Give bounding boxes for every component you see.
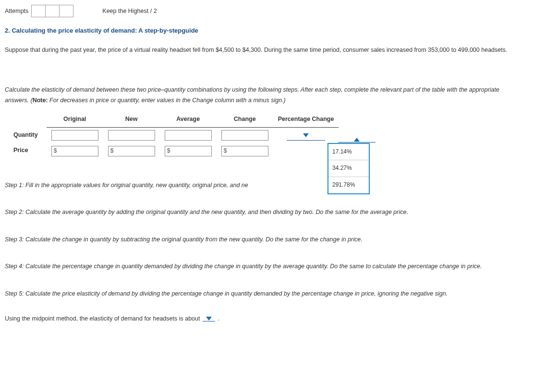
note-label: Note: [33,97,48,104]
attempt-box-2[interactable] [45,5,60,17]
price-pct-change-trigger[interactable] [338,138,376,143]
step-5: Step 5: Calculate the price elasticity o… [5,288,523,299]
price-pct-change-dropdown-open: 17.14% 34.27% 291.78% [327,138,376,194]
price-average-input[interactable]: $ [165,146,212,156]
keep-highest-label: Keep the Highest / 2 [102,6,157,17]
table-corner [5,112,47,128]
step-3: Step 3: Calculate the change in quantity… [5,234,523,245]
dollar-prefix: $ [109,146,116,156]
price-change-input[interactable]: $ [221,146,268,156]
dropdown-option-3[interactable]: 291.78% [328,177,369,193]
top-bar: Attempts Keep the Highest / 2 [5,5,528,17]
attempts-label: Attempts [5,6,28,17]
dropdown-option-1[interactable]: 17.14% [328,144,369,161]
col-change: Change [217,112,273,128]
row-quantity-label: Quantity [5,128,47,143]
price-new-input[interactable]: $ [108,146,155,156]
dollar-prefix: $ [222,146,229,156]
step-4: Step 4: Calculate the percentage change … [5,261,523,272]
attempt-boxes [31,5,73,17]
final-pre: Using the midpoint method, the elasticit… [5,315,202,322]
quantity-pct-change-dropdown[interactable] [287,131,325,141]
col-new: New [103,112,160,128]
chevron-up-icon [354,138,360,142]
elasticity-answer-dropdown[interactable] [203,317,215,321]
chevron-down-icon [206,317,212,321]
col-pct-change: Percentage Change [273,112,339,128]
quantity-change-input[interactable] [221,130,268,141]
quantity-average-input[interactable] [165,130,212,141]
dropdown-option-2[interactable]: 34.27% [328,160,369,177]
step-1: Step 1: Fill in the appropriate values f… [5,180,523,191]
final-post: . [216,315,219,322]
instruction-note: For decreases in price or quantity, ente… [48,97,286,104]
calc-table-wrap: Original New Average Change Percentage C… [5,112,528,159]
calc-table: Original New Average Change Percentage C… [5,112,339,159]
row-price-label: Price [5,143,47,159]
attempt-box-1[interactable] [31,5,46,17]
attempt-box-3[interactable] [59,5,73,17]
dropdown-list: 17.14% 34.27% 291.78% [327,143,370,194]
dollar-prefix: $ [165,146,172,156]
step-2: Step 2: Calculate the average quantity b… [5,207,523,218]
instruction-text: Calculate the elasticity of demand betwe… [5,84,523,106]
col-original: Original [47,112,103,128]
col-average: Average [160,112,217,128]
quantity-original-input[interactable] [51,130,98,141]
quantity-new-input[interactable] [108,130,155,141]
intro-text: Suppose that during the past year, the p… [5,45,523,56]
price-original-input[interactable]: $ [51,146,98,156]
dollar-prefix: $ [52,146,59,156]
question-title: 2. Calculating the price elasticity of d… [5,25,528,36]
chevron-down-icon [303,133,309,137]
final-sentence: Using the midpoint method, the elasticit… [5,313,528,324]
